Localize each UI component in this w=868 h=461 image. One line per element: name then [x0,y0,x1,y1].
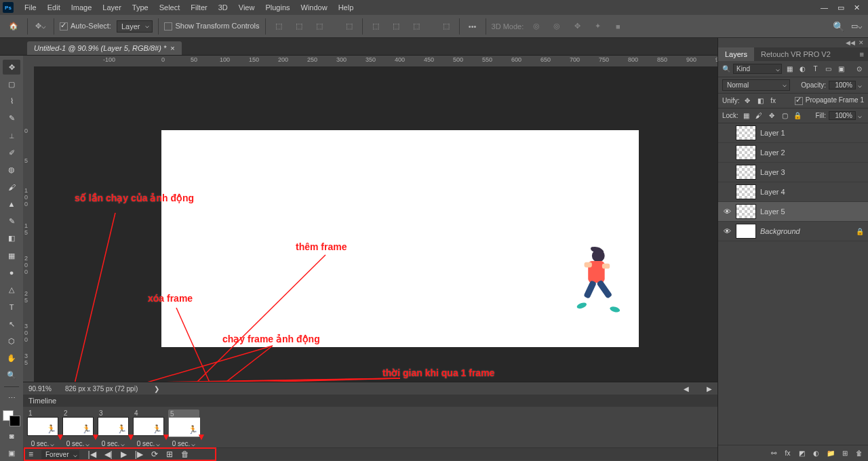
lock-transparent-icon[interactable]: ▦ [741,111,751,121]
status-menu-icon[interactable]: ❯ [154,385,159,393]
unify-style-icon[interactable]: fx [768,96,778,106]
pen-tool[interactable]: △ [3,282,20,297]
auto-select-check[interactable]: Auto-Select: [60,22,111,31]
menu-file[interactable]: File [19,1,42,14]
stamp-tool[interactable]: ▲ [3,197,20,212]
gradient-tool[interactable]: ▦ [3,248,20,263]
menu-view[interactable]: View [233,1,260,14]
first-frame-button[interactable]: |◀ [87,449,96,459]
delete-frame-button[interactable]: 🗑 [181,449,189,459]
retouch-tab[interactable]: Retouch VR PRO V2 [754,47,837,61]
align-center-h-icon[interactable]: ⬚ [292,19,307,34]
frame-delay-dropdown[interactable]: 0 sec. [168,440,199,447]
type-tool[interactable]: T [3,300,20,315]
menu-select[interactable]: Select [154,1,186,14]
workspace-switcher-icon[interactable]: ▭⌵ [851,22,863,31]
align-to-icon[interactable]: ⬚ [439,19,454,34]
shape-tool[interactable]: ⬡ [3,334,20,348]
ruler-vertical[interactable]: 05100 15200 25300 35 [23,66,34,382]
auto-select-target[interactable]: Layer [117,20,153,33]
distribute-v-icon[interactable]: ⬚ [368,19,383,34]
scroll-left-icon[interactable]: ◀ [684,385,689,393]
layer-fx-icon[interactable]: fx [783,448,793,458]
filter-smart-icon[interactable]: ▣ [836,64,846,74]
hand-tool[interactable]: ✋ [3,351,20,366]
frame-delay-dropdown[interactable]: 0 sec. [27,440,58,447]
ruler-horizontal[interactable]: -100050100150200250300350400450500550600… [23,56,717,66]
layer-row[interactable]: Layer 3 [718,163,868,182]
collapse-panels-icon[interactable]: ◀◀ [846,39,855,46]
screen-mode-icon[interactable]: ▣ [3,446,20,461]
timeline-frame[interactable]: 1🏃 [27,409,58,437]
doc-dimensions[interactable]: 826 px x 375 px (72 ppi) [65,385,138,393]
color-swatches[interactable] [3,410,20,426]
distribute-spacing-icon[interactable]: ⬚ [409,19,424,34]
eraser-tool[interactable]: ◧ [3,231,20,246]
panel-menu-icon[interactable]: ≡ [856,47,868,61]
timeline-frame[interactable]: 3🏃 [98,409,129,437]
filter-shape-icon[interactable]: ▭ [823,64,833,74]
opacity-value[interactable]: 100% [829,81,856,89]
zoom-tool[interactable]: 🔍 [3,368,20,383]
layer-mask-icon[interactable]: ◩ [797,448,807,458]
menu-help[interactable]: Help [333,1,359,14]
dodge-tool[interactable]: ● [3,265,20,280]
layer-row[interactable]: Layer 2 [718,143,868,163]
show-transform-check[interactable]: Show Transform Controls [164,22,259,31]
canvas-viewport[interactable]: số lần chạy của ảnh động xóa frame thêm … [34,66,717,382]
minimize-button[interactable]: — [821,3,828,12]
edit-toolbar-icon[interactable]: ⋯ [3,390,20,405]
menu-plugins[interactable]: Plugins [260,1,295,14]
close-panels-icon[interactable]: ✕ [859,39,864,46]
timeline-frame[interactable]: 4🏃 [133,409,164,437]
document-tab[interactable]: Untitled-1 @ 90.9% (Layer 5, RGB/8#) * × [27,41,182,55]
layer-row[interactable]: 👁 Layer 5 [718,202,868,222]
more-options-icon[interactable]: ••• [465,19,480,34]
menu-window[interactable]: Window [296,1,333,14]
timeline-frame[interactable]: 5🏃 [168,409,199,437]
scroll-right-icon[interactable]: ▶ [707,385,712,393]
distribute-h-icon[interactable]: ⬚ [389,19,403,34]
unify-visibility-icon[interactable]: ◧ [755,96,766,106]
new-layer-icon[interactable]: ⊞ [840,448,850,458]
layer-row[interactable]: 👁 Background 🔒 [718,222,868,241]
move-tool-icon[interactable]: ✥⌵ [33,19,48,34]
filter-kind-dropdown[interactable]: Kind [733,64,782,74]
quick-select-tool[interactable]: ✎ [3,111,20,126]
filter-toggle-icon[interactable]: ⊙ [854,64,864,74]
canvas[interactable] [161,130,639,347]
blend-mode-dropdown[interactable]: Normal [722,79,790,91]
lock-all-icon[interactable]: 🔒 [793,111,803,121]
move-tool[interactable]: ✥ [3,60,20,75]
next-frame-button[interactable]: |▶ [135,449,143,459]
layer-row[interactable]: Layer 4 [718,182,868,202]
prev-frame-button[interactable]: ◀| [104,449,113,459]
layer-row[interactable]: Layer 1 [718,123,868,143]
filter-pixel-icon[interactable]: ▦ [785,64,795,74]
adjustment-layer-icon[interactable]: ◐ [811,448,821,458]
fill-value[interactable]: 100% [829,111,856,120]
layer-thumb[interactable] [736,145,756,160]
frame-delay-dropdown[interactable]: 0 sec. [133,440,164,447]
home-button[interactable]: 🏠 [5,18,22,35]
align-right-icon[interactable]: ⬚ [312,19,327,34]
lasso-tool[interactable]: ⌇ [3,94,20,109]
menu-3d[interactable]: 3D [213,1,233,14]
visibility-toggle[interactable]: 👁 [722,227,732,235]
marquee-tool[interactable]: ▢ [3,77,20,92]
crop-tool[interactable]: ⟂ [3,128,20,143]
search-icon[interactable]: 🔍 [833,21,844,32]
layer-thumb[interactable] [736,125,756,140]
visibility-toggle[interactable]: 👁 [722,207,732,216]
menu-image[interactable]: Image [66,1,98,14]
menu-type[interactable]: Type [127,1,154,14]
history-brush-tool[interactable]: ✎ [3,214,20,228]
layer-thumb[interactable] [736,204,756,219]
close-tab-icon[interactable]: × [170,44,174,52]
layer-thumb[interactable] [736,165,756,180]
unify-position-icon[interactable]: ✥ [743,96,753,106]
filter-adjust-icon[interactable]: ◐ [797,64,808,74]
align-left-icon[interactable]: ⬚ [271,19,286,34]
lock-artboard-icon[interactable]: ▢ [780,111,790,121]
layers-tab[interactable]: Layers [718,47,754,61]
